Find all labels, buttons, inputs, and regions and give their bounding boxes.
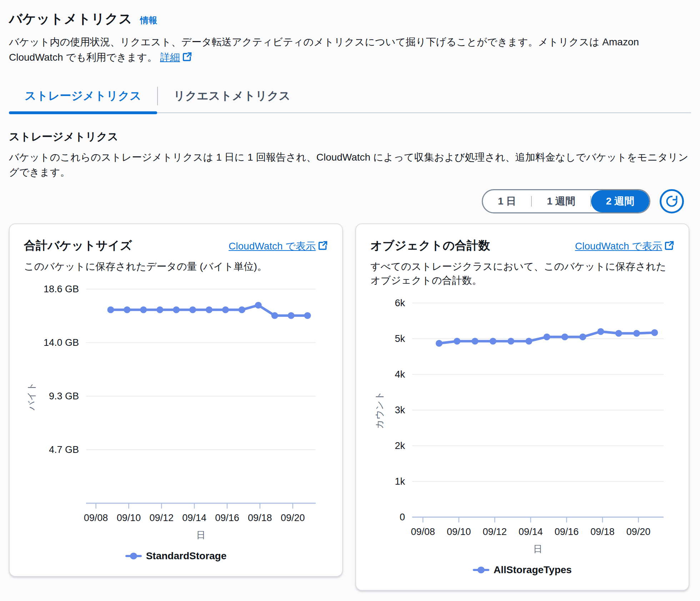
legend-marker-icon <box>125 552 142 560</box>
svg-text:2k: 2k <box>395 440 405 451</box>
info-link[interactable]: 情報 <box>140 15 157 26</box>
total-bucket-size-chart: 18.6 GB14.0 GB9.3 GB4.7 GB09/0809/1009/1… <box>24 281 329 542</box>
details-link[interactable]: 詳細 <box>160 52 192 63</box>
refresh-button[interactable] <box>660 189 684 213</box>
svg-text:09/20: 09/20 <box>281 512 305 523</box>
page-header: バケットメトリクス 情報 <box>9 10 691 28</box>
tab-storage-metrics[interactable]: ストレージメトリクス <box>9 82 157 113</box>
svg-text:09/16: 09/16 <box>215 512 239 523</box>
card-description: すべてのストレージクラスにおいて、このバケットに保存されたオブジェクトの合計数。 <box>370 259 674 287</box>
metric-cards: 合計バケットサイズ CloudWatch で表示 このバケットに保存されたデータ… <box>9 223 691 601</box>
tabs: ストレージメトリクス リクエストメトリクス <box>9 82 691 113</box>
period-option-2weeks[interactable]: 2 週間 <box>591 190 649 212</box>
svg-text:バイト: バイト <box>26 382 37 411</box>
svg-text:6k: 6k <box>395 298 405 308</box>
svg-text:1k: 1k <box>395 476 405 487</box>
period-option-1day[interactable]: 1 日 <box>483 190 531 212</box>
svg-text:日: 日 <box>196 530 206 540</box>
period-selector: 1 日 1 週間 2 週間 <box>482 189 650 213</box>
external-link-icon <box>182 52 192 62</box>
external-link-icon <box>664 241 674 251</box>
card-description: このバケットに保存されたデータの量 (バイト単位)。 <box>24 259 328 273</box>
svg-text:09/12: 09/12 <box>483 526 507 537</box>
svg-text:0: 0 <box>400 512 405 522</box>
svg-text:14.0 GB: 14.0 GB <box>44 337 79 348</box>
cloudwatch-link[interactable]: CloudWatch で表示 <box>229 239 328 253</box>
tab-request-metrics[interactable]: リクエストメトリクス <box>158 82 306 113</box>
page-description: バケット内の使用状況、リクエスト、データ転送アクティビティのメトリクスについて掘… <box>9 34 691 65</box>
cloudwatch-link[interactable]: CloudWatch で表示 <box>575 239 674 253</box>
svg-text:09/08: 09/08 <box>84 512 108 523</box>
section-description: バケットのこれらのストレージメトリクスは 1 日に 1 回報告され、CloudW… <box>9 150 691 180</box>
page-title: バケットメトリクス <box>9 10 132 28</box>
svg-text:09/20: 09/20 <box>626 526 651 537</box>
svg-text:09/14: 09/14 <box>182 512 206 523</box>
svg-text:09/18: 09/18 <box>248 512 272 523</box>
section-heading: ストレージメトリクス <box>9 130 691 144</box>
svg-text:日: 日 <box>533 544 542 554</box>
legend-marker-icon <box>473 566 489 574</box>
svg-text:09/08: 09/08 <box>411 526 435 537</box>
svg-text:09/16: 09/16 <box>555 526 579 537</box>
total-bucket-size-card: 合計バケットサイズ CloudWatch で表示 このバケットに保存されたデータ… <box>9 223 343 577</box>
chart-controls: 1 日 1 週間 2 週間 <box>9 189 684 213</box>
svg-text:3k: 3k <box>395 405 405 415</box>
chart-legend[interactable]: AllStorageTypes <box>370 564 674 576</box>
cloudwatch-link-label: CloudWatch で表示 <box>575 241 662 252</box>
svg-text:18.6 GB: 18.6 GB <box>44 284 79 294</box>
card-title: 合計バケットサイズ <box>24 238 132 254</box>
svg-text:09/10: 09/10 <box>117 512 141 523</box>
total-objects-card: オブジェクトの合計数 CloudWatch で表示 すべてのストレージクラスにお… <box>355 223 689 591</box>
legend-label: StandardStorage <box>146 550 227 562</box>
svg-text:09/10: 09/10 <box>447 526 471 537</box>
svg-text:カウント: カウント <box>374 391 385 429</box>
chart-legend[interactable]: StandardStorage <box>24 550 328 562</box>
refresh-icon <box>665 195 678 208</box>
legend-label: AllStorageTypes <box>494 564 572 576</box>
total-objects-chart: 6k5k4k3k2k1k009/0809/1009/1209/1409/1609… <box>370 295 676 556</box>
svg-text:09/12: 09/12 <box>149 512 174 523</box>
page-description-text: バケット内の使用状況、リクエスト、データ転送アクティビティのメトリクスについて掘… <box>9 36 639 63</box>
external-link-icon <box>318 241 328 251</box>
card-title: オブジェクトの合計数 <box>370 238 490 254</box>
svg-text:09/18: 09/18 <box>590 526 615 537</box>
card-header: オブジェクトの合計数 CloudWatch で表示 <box>370 238 674 254</box>
period-option-1week[interactable]: 1 週間 <box>532 190 590 212</box>
svg-text:4k: 4k <box>395 369 405 380</box>
bucket-metrics-page: バケットメトリクス 情報 バケット内の使用状況、リクエスト、データ転送アクティビ… <box>0 0 700 601</box>
cloudwatch-link-label: CloudWatch で表示 <box>229 241 316 252</box>
svg-text:09/14: 09/14 <box>519 526 543 537</box>
svg-text:4.7 GB: 4.7 GB <box>49 444 79 455</box>
card-header: 合計バケットサイズ CloudWatch で表示 <box>24 238 328 254</box>
details-link-label: 詳細 <box>160 52 180 63</box>
svg-text:5k: 5k <box>395 333 405 344</box>
svg-text:9.3 GB: 9.3 GB <box>49 391 79 401</box>
